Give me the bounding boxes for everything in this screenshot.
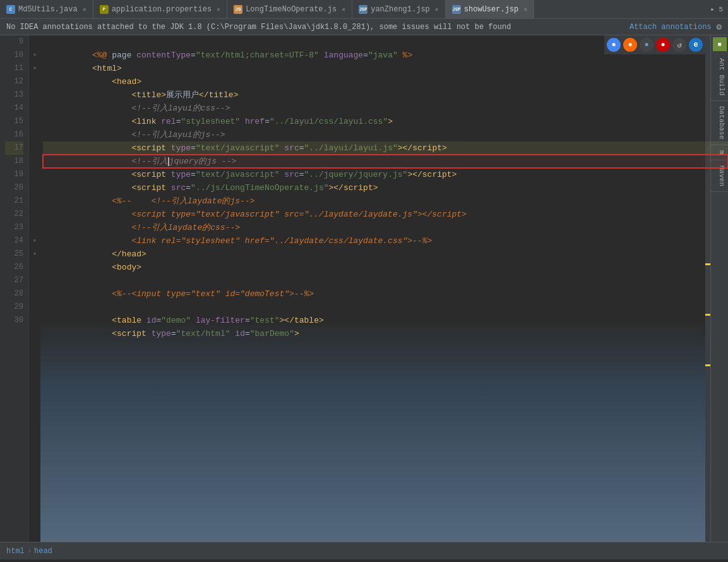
breadcrumb-bar: html › head [0,542,728,559]
tab-bar: C Md5Utils.java ✕ P application.properti… [0,0,728,19]
tab-showuser[interactable]: JSP showUser.jsp ✕ [446,0,534,19]
close-tab-showuser[interactable]: ✕ [523,6,527,13]
code-area[interactable]: ● ● ● ● ↺ e 9 10 11 12 13 14 15 16 17 18… [0,35,728,542]
warning-text: No IDEA annotations attached to the JDK … [6,23,624,32]
code-content[interactable]: <%@ page contentType="text/html;charset=… [40,35,728,542]
line-numbers: 9 10 11 12 13 14 15 16 17 18 19 20 21 22… [0,35,29,542]
attach-annotations-link[interactable]: Attach annotations [630,23,712,32]
firefox-icon[interactable]: ● [623,38,637,52]
js-icon: JS [234,5,242,14]
code-line-22: <!--引入laydate的css--> [43,208,728,221]
browser-icons-toolbar: ● ● ● ● ↺ e [604,35,705,54]
ie-icon[interactable]: e [689,38,703,52]
code-line-29: <table id="demo" lay-filter="test"></tab… [43,301,728,314]
code-line-25: <body> [43,248,728,261]
tab-label: LongTimeNoOperate.js [246,5,337,14]
fold-arrow-11[interactable]: ▾ [31,62,39,75]
fold-arrow-10[interactable]: ▾ [31,49,39,62]
opera-icon[interactable]: ● [656,38,670,52]
code-line-26 [43,261,728,274]
code-line-24: </head> [43,234,728,248]
editor-container: ● ● ● ● ↺ e 9 10 11 12 13 14 15 16 17 18… [0,35,728,542]
code-line-12: <title>展示用户</title> [43,75,728,88]
code-line-11: <head> [43,62,728,75]
tab-appprops[interactable]: P application.properties ✕ [93,0,227,19]
java-icon: C [6,5,15,14]
code-line-14: <link rel="stylesheet" href="../layui/cs… [43,102,728,115]
tab-yanzheng[interactable]: JSP yanZheng1.jsp ✕ [352,0,446,19]
code-line-18: <script type="text/javascript" src="../j… [43,155,728,168]
fold-arrow-25[interactable]: ▾ [31,248,39,261]
tab-more-button[interactable]: ▸ 5 [705,5,728,13]
breadcrumb-html[interactable]: html [6,547,25,556]
code-line-28 [43,287,728,301]
props-icon: P [100,5,109,14]
warning-bar: No IDEA annotations attached to the JDK … [0,19,728,35]
settings-gear-icon[interactable]: ⚙ [717,21,722,32]
breadcrumb-head[interactable]: head [34,547,52,556]
tab-longtime[interactable]: JS LongTimeNoOperate.js ✕ [227,0,352,19]
jsp-icon-showuser: JSP [452,5,461,14]
close-tab-longtime[interactable]: ✕ [342,6,345,13]
tab-label: yanZheng1.jsp [371,5,430,14]
code-line-23: <link rel="stylesheet" href="../laydate/… [43,221,728,234]
tab-label: showUser.jsp [464,5,518,14]
code-line-21: <script type="text/javascript" src="../l… [43,194,728,208]
close-tab-yanzheng[interactable]: ✕ [435,6,439,13]
breadcrumb-sep-1: › [27,547,32,556]
code-line-17: <!--引入jquery的js --> [43,141,728,155]
code-line-15: <!--引入layui的js--> [43,115,728,128]
code-line-19: <script src="../js/LongTimeNoOperate.js"… [43,168,728,181]
close-tab-md5utils[interactable]: ✕ [83,6,87,13]
tab-label: application.properties [112,5,212,14]
tab-md5utils[interactable]: C Md5Utils.java ✕ [0,0,93,19]
code-line-20: <%-- <!--引入laydate的js--> [43,181,728,194]
folding-arrows: ▾ ▾ ▾ ▾ [29,35,40,542]
code-line-13: <!--引入layui的css--> [43,88,728,102]
reload-icon[interactable]: ↺ [672,38,686,52]
safari-icon[interactable]: ● [640,38,653,52]
tab-label: Md5Utils.java [18,5,78,14]
code-line-16: <script type="text/javascript" src="../l… [43,128,728,141]
chrome-icon[interactable]: ● [607,38,621,52]
close-tab-appprops[interactable]: ✕ [217,6,220,13]
code-line-27: <%--<input type="text" id="demoTest">--%… [43,274,728,287]
fold-arrow-24[interactable]: ▾ [31,234,39,248]
code-line-30: <script type="text/html" id="barDemo"> [43,314,728,327]
jsp-icon-yanzheng: JSP [359,5,367,14]
